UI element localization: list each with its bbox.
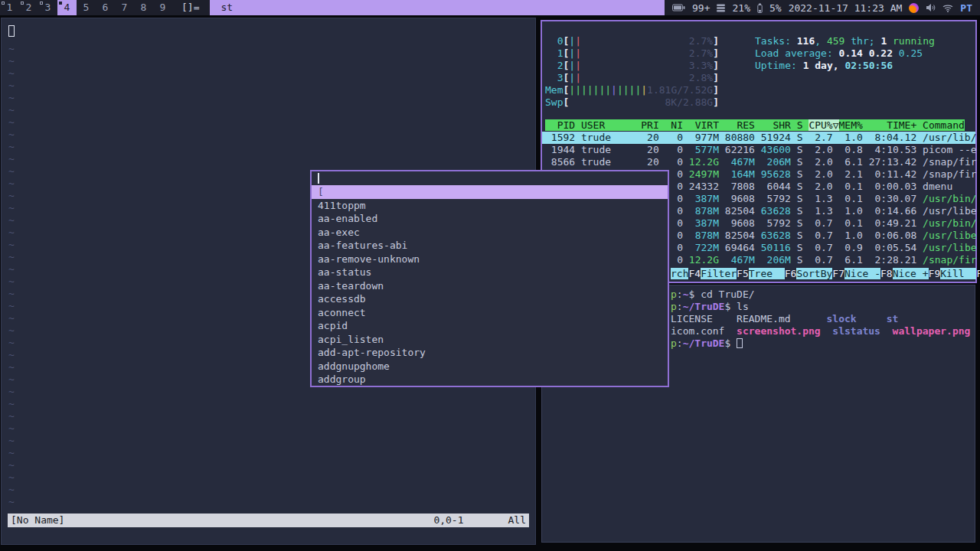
dmenu-item[interactable]: aa-remove-unknown xyxy=(312,253,668,266)
vim-tilde: ~ xyxy=(8,386,15,398)
fnkey-action[interactable]: SortBy xyxy=(796,268,832,279)
workspace-tag-1[interactable]: 1 xyxy=(0,0,19,15)
terminal-output: p:~$ cd TruDE/p:~/TruDE$ lsLICENSE READM… xyxy=(671,289,970,350)
cpu-meter-3: 3[|| 2.8%] xyxy=(545,72,719,84)
vim-cursor xyxy=(8,25,15,37)
vim-tilde: ~ xyxy=(8,410,15,422)
vim-tilde: ~ xyxy=(8,435,15,447)
terminal-line: LICENSE README.md slock st xyxy=(671,313,970,325)
vim-tilde: ~ xyxy=(8,202,15,214)
workspace-tag-3[interactable]: 3 xyxy=(38,0,57,15)
fnkey-label: F9 xyxy=(929,268,941,279)
dmenu-item[interactable]: acpid xyxy=(312,319,668,333)
fnkey-action[interactable]: Tree xyxy=(749,268,785,279)
desktop: 123456789 []= st 99+ 21% 5% 2022-11-17 1… xyxy=(0,0,980,551)
dmenu-item[interactable]: accessdb xyxy=(312,292,668,306)
vim-tilde: ~ xyxy=(8,471,15,484)
tag-client-indicator xyxy=(40,2,43,5)
dmenu-item[interactable]: aa-features-abi xyxy=(312,239,668,253)
tag-label: 7 xyxy=(122,2,128,13)
tag-label: 4 xyxy=(64,2,70,13)
fnkey-label: F4 xyxy=(688,268,701,279)
dmenu-item[interactable]: [ xyxy=(312,185,668,199)
dmenu-item[interactable]: aa-teardown xyxy=(312,279,668,293)
dmenu-item[interactable]: aa-status xyxy=(312,266,668,279)
vim-tilde: ~ xyxy=(8,190,15,202)
fnkey-label: F5 xyxy=(737,268,749,279)
htop-tasks-panel: Tasks: 116, 459 thr; 1 runningLoad avera… xyxy=(755,35,935,72)
vim-tilde: ~ xyxy=(8,300,15,312)
workspace-tag-9[interactable]: 9 xyxy=(153,0,172,15)
tag-label: 2 xyxy=(26,2,32,13)
dmenu-item[interactable]: aconnect xyxy=(312,306,668,320)
tag-label: 8 xyxy=(141,2,147,13)
load-average: Load average: 0.14 0.22 0.25 xyxy=(755,47,935,60)
vim-tilde: ~ xyxy=(8,496,15,508)
tag-label: 5 xyxy=(83,2,90,13)
vim-tilde: ~ xyxy=(8,178,15,190)
memory-meter: Mem[|||||||||||||1.81G/7.52G] xyxy=(545,84,719,96)
dmenu-item[interactable]: aa-exec xyxy=(312,226,668,240)
keyboard-layout[interactable]: PT xyxy=(960,2,972,14)
fnkey-action[interactable]: Kill xyxy=(940,268,976,279)
workspace-tag-7[interactable]: 7 xyxy=(115,0,134,15)
vim-tilde: ~ xyxy=(8,373,15,386)
tasks-summary: Tasks: 116, 459 thr; 1 running xyxy=(755,35,935,47)
vim-tilde: ~ xyxy=(8,129,15,141)
fnkey-action[interactable]: Nice - xyxy=(844,268,880,279)
vim-scroll-indicator: All xyxy=(508,514,526,527)
process-row[interactable]: 1944 trude 20 0 577M 62216 43600 S 2.0 0… xyxy=(542,144,975,156)
tag-label: 1 xyxy=(7,2,13,13)
fnkey-action[interactable]: rch xyxy=(671,268,688,279)
wifi-icon[interactable] xyxy=(942,4,953,12)
fnkey-label: F8 xyxy=(880,268,893,279)
vim-tilde: ~ xyxy=(8,239,15,251)
dmenu-item[interactable]: addgroup xyxy=(312,373,668,386)
process-table-header[interactable]: PID USER PRI NI VIRT RES SHR S CPU%▽MEM%… xyxy=(542,119,975,132)
volume-icon[interactable] xyxy=(926,3,936,12)
dmenu-launcher[interactable]: [411toppmaa-enabledaa-execaa-features-ab… xyxy=(310,170,669,387)
tag-client-indicator xyxy=(2,2,5,5)
dmenu-item[interactable]: add-apt-repository xyxy=(312,346,668,360)
vim-tilde: ~ xyxy=(8,447,15,459)
vim-tilde: ~ xyxy=(8,116,15,129)
disk-icon xyxy=(717,4,725,12)
process-row[interactable]: 8566 trude 20 0 12.2G 467M 206M S 2.0 6.… xyxy=(542,156,975,168)
vim-statusline: [No Name] 0,0-1 All xyxy=(8,514,529,527)
htop-meters: 0[|| 2.7%] 1[|| 2.7%] 2[|| 3.3%] 3[|| 2.… xyxy=(545,35,719,109)
workspace-tag-5[interactable]: 5 xyxy=(77,0,96,15)
dmenu-item[interactable]: 411toppm xyxy=(312,199,668,213)
cpu-meter-2: 2[|| 3.3%] xyxy=(545,60,719,72)
terminal-line: p:~/TruDE$ xyxy=(671,337,970,350)
vim-tilde: ~ xyxy=(8,312,15,324)
workspace-tags: 123456789 xyxy=(0,0,172,15)
dmenu-caret xyxy=(318,173,319,184)
vim-tilde: ~ xyxy=(8,398,15,410)
vim-tilde: ~ xyxy=(8,361,15,373)
cpu-meter-0: 0[|| 2.7%] xyxy=(545,35,719,47)
fnkey-action[interactable]: Filter xyxy=(701,268,737,279)
vim-tilde: ~ xyxy=(8,227,15,239)
vim-tilde: ~ xyxy=(8,276,15,288)
fnkey-action[interactable]: Nice + xyxy=(893,268,929,279)
dmenu-item-list: [411toppmaa-enabledaa-execaa-features-ab… xyxy=(312,185,668,386)
uptime: Uptime: 1 day, 02:50:56 xyxy=(755,60,935,72)
vim-tilde: ~ xyxy=(8,55,15,67)
battery-small-percent: 5% xyxy=(769,2,782,14)
terminal-line: icom.conf screenshot.png slstatus wallpa… xyxy=(671,325,970,337)
firefox-icon[interactable] xyxy=(909,3,919,13)
vim-tilde: ~ xyxy=(8,104,15,116)
process-row[interactable]: 1592 trude 20 0 977M 80880 51924 S 2.7 1… xyxy=(542,132,975,144)
dmenu-item[interactable]: aa-enabled xyxy=(312,212,668,226)
tag-label: 9 xyxy=(160,2,166,13)
dmenu-input[interactable] xyxy=(312,171,668,185)
workspace-tag-2[interactable]: 2 xyxy=(19,0,38,15)
vim-tilde: ~ xyxy=(8,43,15,55)
workspace-tag-4[interactable]: 4 xyxy=(57,0,77,15)
workspace-tag-6[interactable]: 6 xyxy=(96,0,115,15)
dmenu-item[interactable]: acpi_listen xyxy=(312,333,668,347)
dmenu-item[interactable]: addgnupghome xyxy=(312,360,668,373)
vim-tilde: ~ xyxy=(8,324,15,337)
workspace-tag-8[interactable]: 8 xyxy=(134,0,153,15)
layout-indicator[interactable]: []= xyxy=(172,0,208,15)
